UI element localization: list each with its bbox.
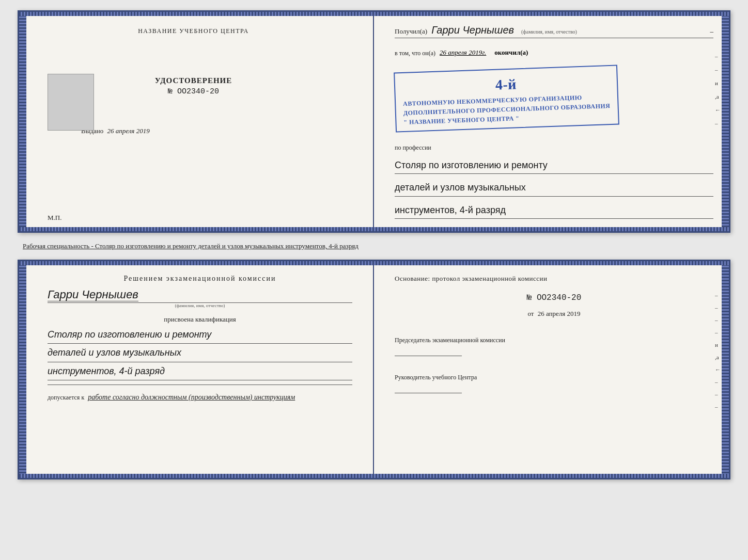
- spine-bottom: [19, 227, 729, 231]
- bottom-name-row: Гарри Чернышев: [48, 288, 352, 303]
- spine-right: [722, 12, 729, 231]
- certificate-title: УДОСТОВЕРЕНИЕ: [155, 76, 232, 85]
- po-professii-label: по профессии: [395, 144, 713, 152]
- prisvoena-label: присвоена квалификация: [48, 315, 352, 324]
- mp-label: М.П.: [48, 214, 61, 222]
- predsedatel-label: Председатель экзаменационной комиссии: [395, 337, 713, 344]
- stamp-container: 4-й АВТОНОМНУЮ НЕКОММЕРЧЕСКУЮ ОРГАНИЗАЦИ…: [395, 66, 713, 132]
- bottom-spine-left: [19, 261, 26, 478]
- predsedatel-signature: [395, 356, 462, 356]
- poluchil-row: Получил(а) Гарри Чернышев (фамилия, имя,…: [395, 24, 713, 38]
- poluchil-label: Получил(а): [395, 27, 427, 36]
- vydano-date: 26 апреля 2019: [107, 127, 150, 135]
- qual-line3: инструментов, 4-й разряд: [48, 362, 352, 380]
- dash1: –: [710, 27, 714, 36]
- ot-date: 26 апреля 2019: [538, 310, 581, 317]
- right-edge-labels: – – и ,а ← –: [715, 53, 721, 126]
- recipient-name: Гарри Чернышев: [431, 24, 514, 36]
- vtom-date: 26 апреля 2019г.: [440, 49, 486, 57]
- profession-line3: инструментов, 4-й разряд: [395, 202, 713, 219]
- vtom-row: в том, что он(а) 26 апреля 2019г. окончи…: [395, 47, 713, 57]
- bottom-spine-top: [19, 261, 729, 265]
- rukovoditel-block: Руководитель учебного Центра: [395, 374, 713, 395]
- bottom-fio-label: (фамилия, имя, отчество): [48, 303, 352, 308]
- bottom-spine-bottom: [19, 474, 729, 478]
- left-heading: НАЗВАНИЕ УЧЕБНОГО ЦЕНТРА: [138, 27, 249, 35]
- ot-date-block: от 26 апреля 2019: [395, 310, 713, 318]
- top-right-page: Получил(а) Гарри Чернышев (фамилия, имя,…: [374, 12, 729, 231]
- rukovoditel-signature: [395, 393, 462, 393]
- fio-label: (фамилия, имя, отчество): [521, 29, 577, 35]
- bottom-spine-right: [722, 261, 729, 478]
- proto-number: № OO2340-20: [395, 293, 713, 302]
- qual-line2: деталей и узлов музыкальных: [48, 344, 352, 362]
- dopusk-prefix: допускается к: [48, 394, 84, 401]
- osnovanie-label: Основание: протокол экзаменационной коми…: [395, 275, 713, 283]
- description-text: Рабочая специальность - Столяр по изгото…: [18, 242, 730, 250]
- spine-top: [19, 12, 729, 16]
- vtom-prefix: в том, что он(а): [395, 50, 435, 57]
- certificate-number: № OO2340-20: [155, 87, 232, 96]
- top-left-page: НАЗВАНИЕ УЧЕБНОГО ЦЕНТРА УДОСТОВЕРЕНИЕ №…: [19, 12, 374, 231]
- rukovoditel-label: Руководитель учебного Центра: [395, 374, 713, 381]
- profession-line1: Столяр по изготовлению и ремонту: [395, 157, 713, 174]
- ot-label: от: [527, 310, 534, 317]
- bottom-left-page: Решением экзаменационной комиссии Гарри …: [19, 261, 374, 478]
- bottom-right-edge-labels: – – – – и ,а ← – – –: [715, 292, 721, 410]
- bottom-right-page: Основание: протокол экзаменационной коми…: [374, 261, 729, 478]
- certificate-block: УДОСТОВЕРЕНИЕ № OO2340-20: [155, 76, 232, 96]
- dopusk-text: работе согласно должностным (производств…: [88, 393, 295, 401]
- resheniem-label: Решением экзаменационной комиссии: [48, 275, 352, 283]
- photo-placeholder: [48, 74, 94, 131]
- top-spread: НАЗВАНИЕ УЧЕБНОГО ЦЕНТРА УДОСТОВЕРЕНИЕ №…: [18, 10, 730, 233]
- dopusk-block: допускается к работе согласно должностны…: [48, 393, 352, 402]
- profession-line2: деталей и узлов музыкальных: [395, 179, 713, 196]
- spine-left: [19, 12, 26, 231]
- bottom-spread: Решением экзаменационной комиссии Гарри …: [18, 260, 730, 479]
- qual-line1: Столяр по изготовлению и ремонту: [48, 326, 352, 344]
- okoncil-label: окончил(а): [494, 49, 528, 57]
- bottom-name: Гарри Чернышев: [48, 288, 138, 301]
- stamp: 4-й АВТОНОМНУЮ НЕКОММЕРЧЕСКУЮ ОРГАНИЗАЦИ…: [394, 65, 619, 132]
- predsedatel-block: Председатель экзаменационной комиссии: [395, 337, 713, 358]
